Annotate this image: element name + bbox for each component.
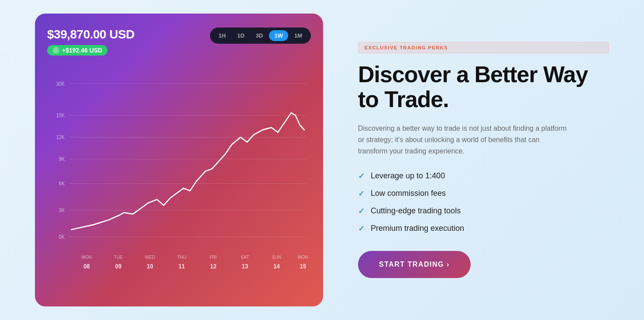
timeframe-selector: 1H 1D 3D 1W 1M [210, 28, 311, 44]
svg-text:6K: 6K [59, 180, 65, 186]
price-value: $39,870.00 USD [47, 28, 134, 42]
exclusive-badge: EXCLUSIVE TRADING PERKS [358, 42, 609, 53]
feature-item-1: ✓ Leverage up to 1:400 [358, 171, 609, 181]
chart-card: $39,870.00 USD ↑ +$192.46 USD 1H 1D 3D 1… [35, 14, 323, 306]
svg-text:12K: 12K [56, 134, 65, 140]
svg-text:08: 08 [83, 263, 90, 270]
svg-text:FRI: FRI [210, 254, 217, 260]
svg-text:MON: MON [82, 254, 92, 260]
svg-text:3K: 3K [59, 207, 65, 213]
page-container: $39,870.00 USD ↑ +$192.46 USD 1H 1D 3D 1… [0, 0, 644, 320]
chart-area: 30K 15K 12K 9K 6K 3K 0K MON TUE WED THU … [47, 64, 311, 298]
svg-text:TUE: TUE [114, 254, 123, 260]
svg-text:SAT: SAT [241, 254, 249, 260]
svg-text:13: 13 [242, 263, 248, 270]
chart-svg: 30K 15K 12K 9K 6K 3K 0K MON TUE WED THU … [47, 64, 311, 298]
start-trading-button[interactable]: START TRADING › [358, 251, 471, 278]
right-content: EXCLUSIVE TRADING PERKS Discover a Bette… [358, 42, 609, 278]
svg-text:MON: MON [298, 254, 308, 260]
svg-text:0K: 0K [59, 234, 65, 240]
subtitle: Discovering a better way to trade is not… [358, 123, 568, 157]
svg-text:15: 15 [300, 263, 307, 270]
feature-text-3: Cutting-edge trading tools [371, 206, 461, 216]
price-info: $39,870.00 USD ↑ +$192.46 USD [47, 28, 134, 56]
svg-text:THU: THU [177, 254, 186, 260]
feature-text-2: Low commission fees [371, 189, 446, 198]
feature-item-3: ✓ Cutting-edge trading tools [358, 206, 609, 216]
svg-text:11: 11 [179, 263, 185, 270]
main-title: Discover a Better Way to Trade. [358, 62, 609, 112]
feature-text-4: Premium trading execution [371, 224, 464, 233]
tf-1d[interactable]: 1D [232, 30, 250, 41]
chart-header: $39,870.00 USD ↑ +$192.46 USD 1H 1D 3D 1… [47, 28, 311, 56]
svg-text:30K: 30K [56, 80, 65, 87]
svg-text:WED: WED [145, 254, 155, 260]
features-list: ✓ Leverage up to 1:400 ✓ Low commission … [358, 171, 609, 233]
checkmark-icon-2: ✓ [358, 189, 365, 198]
checkmark-icon-4: ✓ [358, 224, 365, 233]
feature-item-2: ✓ Low commission fees [358, 189, 609, 198]
feature-item-4: ✓ Premium trading execution [358, 224, 609, 233]
tf-1h[interactable]: 1H [214, 30, 231, 41]
price-change: ↑ +$192.46 USD [47, 45, 107, 56]
svg-text:12: 12 [210, 263, 217, 270]
svg-text:10: 10 [147, 263, 153, 270]
price-change-value: +$192.46 USD [62, 47, 102, 54]
up-arrow-icon: ↑ [52, 47, 59, 54]
svg-text:14: 14 [273, 263, 280, 270]
svg-text:09: 09 [115, 263, 122, 270]
feature-text-1: Leverage up to 1:400 [371, 171, 445, 181]
tf-3d[interactable]: 3D [251, 30, 269, 41]
tf-1m[interactable]: 1M [289, 30, 307, 41]
svg-text:9K: 9K [59, 156, 65, 162]
svg-text:15K: 15K [56, 112, 65, 118]
checkmark-icon-3: ✓ [358, 206, 365, 216]
chart-line [71, 113, 304, 230]
checkmark-icon-1: ✓ [358, 171, 365, 181]
svg-text:SUN: SUN [272, 254, 281, 260]
tf-1w[interactable]: 1W [269, 30, 288, 41]
